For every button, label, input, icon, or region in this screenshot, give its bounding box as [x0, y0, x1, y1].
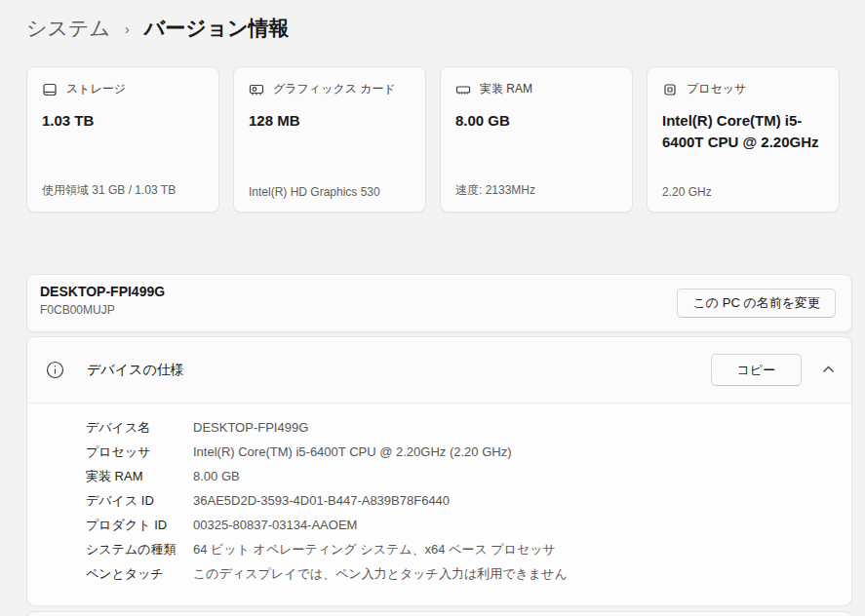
- breadcrumb: システム › バージョン情報: [26, 15, 290, 42]
- spec-value: 64 ビット オペレーティング システム、x64 ベース プロセッサ: [193, 541, 556, 558]
- device-specs-card: デバイスの仕様 コピー デバイス名 DESKTOP-FPI499G プロセッサ …: [26, 336, 852, 605]
- spec-label: プロダクト ID: [86, 517, 193, 534]
- card-label: ストレージ: [66, 81, 126, 97]
- page-title: バージョン情報: [144, 15, 290, 42]
- ram-icon: [455, 82, 471, 97]
- storage-icon: [42, 82, 58, 97]
- summary-cards: ストレージ 1.03 TB 使用領域 31 GB / 1.03 TB グラフィッ…: [26, 66, 840, 212]
- spec-value: Intel(R) Core(TM) i5-6400T CPU @ 2.20GHz…: [193, 444, 512, 459]
- spec-row: デバイス ID 36AE5D2D-3593-4D01-B447-A839B78F…: [27, 488, 851, 513]
- card-label: グラフィックス カード: [273, 81, 396, 97]
- card-caption: 使用領域 31 GB / 1.03 TB: [42, 182, 211, 199]
- rename-pc-button[interactable]: この PC の名前を変更: [677, 289, 836, 318]
- spec-row: プロダクト ID 00325-80837-03134-AAOEM: [27, 513, 851, 537]
- card-caption: 2.20 GHz: [662, 185, 831, 199]
- breadcrumb-system-link[interactable]: システム: [26, 15, 110, 42]
- spec-label: デバイス名: [86, 419, 193, 437]
- card-value: Intel(R) Core(TM) i5-6400T CPU @ 2.20GHz: [662, 110, 824, 153]
- spec-row: 実装 RAM 8.00 GB: [27, 464, 851, 488]
- next-section-card-partial[interactable]: [26, 611, 852, 616]
- section-title: デバイスの仕様: [87, 362, 184, 379]
- processor-card: プロセッサ Intel(R) Core(TM) i5-6400T CPU @ 2…: [647, 66, 840, 212]
- spec-value: 00325-80837-03134-AAOEM: [193, 518, 357, 532]
- spec-label: 実装 RAM: [86, 468, 193, 485]
- chevron-up-icon[interactable]: [822, 364, 835, 376]
- storage-card: ストレージ 1.03 TB 使用領域 31 GB / 1.03 TB: [26, 66, 219, 212]
- copy-button[interactable]: コピー: [711, 354, 802, 386]
- ram-card-header: 実装 RAM: [455, 81, 617, 97]
- processor-card-header: プロセッサ: [662, 81, 824, 97]
- spec-value: 36AE5D2D-3593-4D01-B447-A839B78F6440: [193, 493, 450, 508]
- card-value: 128 MB: [249, 110, 411, 132]
- spec-value: このディスプレイでは、ペン入力とタッチ入力は利用できません: [193, 565, 568, 583]
- spec-row: システムの種類 64 ビット オペレーティング システム、x64 ベース プロセ…: [27, 537, 851, 561]
- device-specs-expander-header[interactable]: デバイスの仕様 コピー: [27, 337, 851, 403]
- graphics-card-card: グラフィックス カード 128 MB Intel(R) HD Graphics …: [233, 66, 426, 212]
- storage-card-header: ストレージ: [42, 81, 204, 97]
- spec-row: プロセッサ Intel(R) Core(TM) i5-6400T CPU @ 2…: [27, 440, 851, 464]
- card-value: 1.03 TB: [42, 110, 204, 132]
- spec-value: DESKTOP-FPI499G: [193, 420, 308, 435]
- spec-label: デバイス ID: [86, 492, 193, 510]
- ram-card: 実装 RAM 8.00 GB 速度: 2133MHz: [440, 66, 633, 212]
- graphics-card-icon: [249, 82, 264, 97]
- card-label: プロセッサ: [687, 81, 746, 97]
- cpu-icon: [662, 82, 678, 97]
- spec-label: ペンとタッチ: [86, 565, 193, 583]
- card-label: 実装 RAM: [480, 81, 532, 97]
- card-caption: 速度: 2133MHz: [455, 182, 624, 199]
- device-specs-body: デバイス名 DESKTOP-FPI499G プロセッサ Intel(R) Cor…: [27, 403, 851, 605]
- spec-label: システムの種類: [86, 541, 193, 558]
- spec-label: プロセッサ: [86, 443, 193, 461]
- graphics-card-header: グラフィックス カード: [249, 81, 411, 97]
- device-name-card: DESKTOP-FPI499G F0CB00MUJP この PC の名前を変更: [26, 274, 852, 332]
- spec-row: ペンとタッチ このディスプレイでは、ペン入力とタッチ入力は利用できません: [27, 561, 851, 586]
- spec-row: デバイス名 DESKTOP-FPI499G: [27, 415, 851, 440]
- breadcrumb-separator-icon: ›: [125, 21, 130, 37]
- spec-value: 8.00 GB: [193, 469, 240, 483]
- info-icon: [46, 361, 64, 379]
- card-value: 8.00 GB: [455, 110, 617, 132]
- card-caption: Intel(R) HD Graphics 530: [249, 185, 417, 199]
